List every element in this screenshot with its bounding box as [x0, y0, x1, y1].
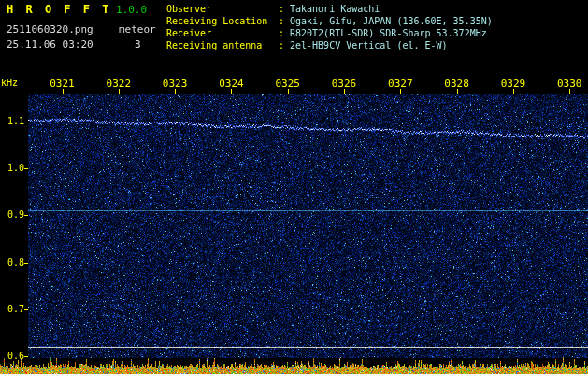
- info-row-receiving-location: Receiving Location : Ogaki, Gifu, JAPAN …: [166, 16, 493, 27]
- freq-tick-label: 0.6: [7, 351, 24, 362]
- info-row-observer: Observer : Takanori Kawachi: [166, 4, 380, 15]
- time-tick-label: 0327: [388, 78, 413, 90]
- info-label: Observer: [166, 4, 279, 15]
- info-separator: :: [279, 4, 290, 15]
- app-version: 1.0.0: [116, 4, 147, 16]
- freq-tick-label: 1.0: [7, 163, 24, 174]
- y-axis-labels: 1.11.00.90.80.70.6: [0, 0, 24, 374]
- observation-mode: meteor: [119, 23, 156, 36]
- time-tick-label: 0326: [332, 78, 357, 90]
- info-value: R820T2(RTL-SDR) SDR-Sharp 53.372MHz: [290, 28, 487, 39]
- x-axis-labels: 0321032203230324032503260327032803290330: [0, 78, 588, 89]
- hrofft-output-window: H R O F F T 1.0.0 2511060320.png meteor …: [0, 0, 588, 374]
- freq-tick-label: 0.9: [7, 209, 24, 221]
- info-label: Receiving antenna: [166, 40, 279, 51]
- info-value: Takanori Kawachi: [290, 4, 380, 15]
- freq-tick-label: 1.1: [7, 116, 24, 127]
- freq-tick-label: 0.7: [7, 304, 24, 315]
- time-tick-label: 0325: [275, 78, 300, 90]
- info-value: Ogaki, Gifu, JAPAN (136.60E, 35.35N): [290, 16, 493, 27]
- info-label: Receiver: [166, 28, 279, 39]
- spectrogram-canvas: [0, 0, 588, 374]
- info-value: 2el-HB9CV Vertical (el. E-W): [290, 40, 448, 51]
- freq-tick-label: 0.8: [7, 257, 24, 268]
- info-row-receiver: Receiver : R820T2(RTL-SDR) SDR-Sharp 53.…: [166, 28, 487, 39]
- time-tick-label: 0322: [107, 78, 132, 90]
- info-separator: :: [279, 16, 290, 27]
- info-separator: :: [279, 28, 290, 39]
- time-tick-label: 0324: [219, 78, 244, 90]
- time-tick-label: 0323: [163, 78, 188, 90]
- time-tick-label: 0329: [501, 78, 526, 90]
- time-tick-label: 0328: [444, 78, 469, 90]
- info-separator: :: [279, 40, 290, 51]
- info-row-receiving-antenna: Receiving antenna : 2el-HB9CV Vertical (…: [166, 40, 448, 51]
- time-tick-label: 0321: [50, 78, 75, 90]
- meteor-count: 3: [135, 38, 141, 50]
- time-tick-label: 0330: [557, 78, 582, 90]
- info-label: Receiving Location: [166, 16, 279, 27]
